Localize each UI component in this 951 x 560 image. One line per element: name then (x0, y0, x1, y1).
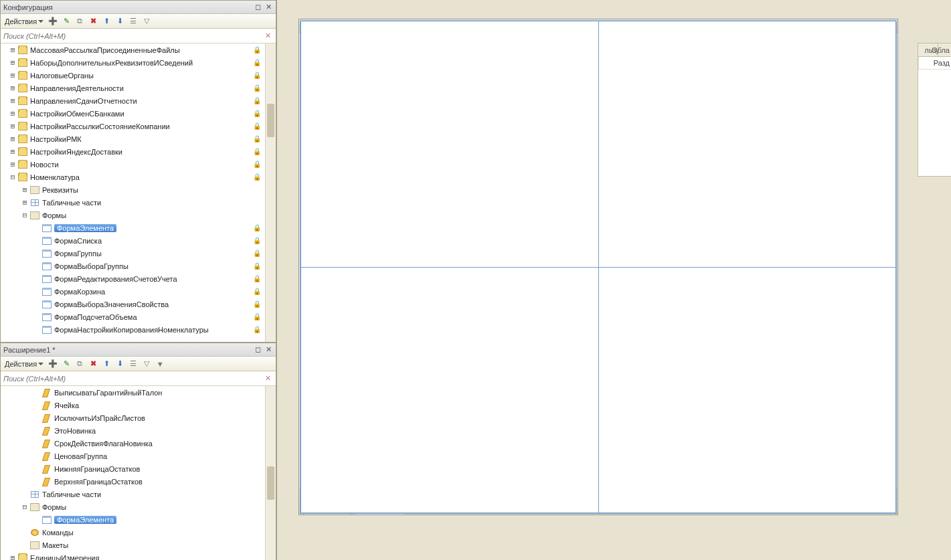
expand-icon[interactable]: ⊞ (9, 46, 17, 54)
expand-icon[interactable]: ⊞ (9, 59, 17, 66)
tree-item[interactable]: ФормаРедактированияСчетовУчета🔒 (1, 272, 276, 285)
tree-item[interactable]: ФормаСписка🔒 (1, 234, 276, 247)
expand-icon[interactable]: ⊞ (9, 554, 17, 560)
actions-menu[interactable]: Действия (3, 360, 45, 368)
grid-icon (29, 198, 40, 207)
down-icon[interactable]: ⬇ (114, 359, 125, 369)
edit-icon[interactable]: ✎ (61, 359, 72, 369)
actions-menu[interactable]: Действия (3, 17, 45, 25)
cat-icon (17, 71, 28, 80)
tab-module[interactable]: Модуль (354, 501, 406, 515)
expand-icon[interactable]: ⊞ (9, 84, 17, 92)
list-icon[interactable]: ☰ (128, 359, 139, 369)
tree-item[interactable]: ⊞МассоваяРассылкаПрисоединенныеФайлы🔒 (1, 43, 276, 56)
tree-item[interactable]: ⊞Реквизиты (1, 183, 276, 196)
down-icon[interactable]: ⬇ (114, 16, 125, 27)
cat-icon (17, 147, 28, 157)
tree-item-label: ЦеноваяГруппа (54, 452, 107, 460)
expand-icon[interactable]: ⊞ (9, 148, 17, 155)
extension-scrollbar[interactable] (265, 386, 276, 560)
filter2-icon[interactable]: ▼ (155, 359, 165, 369)
property-cell[interactable]: Разд (918, 57, 951, 70)
tree-item[interactable]: ⊞Новости🔒 (1, 158, 276, 171)
pin-icon[interactable]: ◻ (253, 3, 262, 12)
delete-icon[interactable]: ✖ (88, 359, 98, 369)
copy-icon[interactable]: ⧉ (74, 16, 85, 27)
collapse-icon[interactable]: ⊟ (21, 211, 29, 219)
copy-icon[interactable]: ⧉ (74, 359, 85, 369)
tree-item[interactable]: ФормаВыбораГруппы🔒 (1, 260, 276, 272)
tree-item[interactable]: ⊞НастройкиРМК🔒 (1, 132, 276, 145)
tree-item[interactable]: ФормаВыбораЗначенияСвойства🔒 (1, 298, 276, 310)
config-tree[interactable]: ⊞МассоваяРассылкаПрисоединенныеФайлы🔒⊞На… (1, 43, 276, 342)
expand-icon[interactable]: ⊞ (9, 72, 17, 79)
property-panel: льзуе... Обла Разд (918, 43, 951, 177)
delete-icon[interactable]: ✖ (88, 16, 98, 27)
extension-search-input[interactable] (3, 375, 262, 383)
tree-item[interactable]: ФормаПодсчетаОбъема🔒 (1, 310, 276, 323)
up-icon[interactable]: ⬆ (101, 16, 112, 27)
tree-item[interactable]: ⊞НалоговыеОрганы🔒 (1, 69, 276, 82)
tree-item-label: ФормаРедактированияСчетовУчета (54, 275, 177, 283)
expand-icon[interactable]: ⊞ (9, 122, 17, 130)
collapse-icon[interactable]: ⊟ (9, 173, 17, 181)
extension-tree[interactable]: ВыписыватьГарантийныйТалонЯчейкаИсключит… (1, 386, 276, 560)
tree-item-label: НаправленияСдачиОтчетности (30, 97, 137, 105)
tree-item[interactable]: ⊞НаправленияСдачиОтчетности🔒 (1, 94, 276, 107)
tree-item[interactable]: ⊞НастройкиОбменСБанками🔒 (1, 107, 276, 120)
filter-icon[interactable]: ▽ (141, 16, 152, 27)
tree-item[interactable]: ⊞НаборыДополнительныхРеквизитовИСведений… (1, 56, 276, 69)
config-search-input[interactable] (3, 32, 262, 40)
tree-item[interactable]: ⊟Формы (1, 209, 276, 221)
expand-icon[interactable]: ⊞ (9, 97, 17, 104)
tree-item[interactable]: НижняяГраницаОстатков (1, 462, 276, 475)
expand-icon[interactable]: ⊞ (21, 186, 29, 193)
tree-item[interactable]: ФормаГруппы🔒 (1, 247, 276, 260)
property-header-2[interactable]: Обла (938, 43, 951, 57)
close-icon[interactable]: ✕ (264, 3, 273, 12)
tree-item[interactable]: ⊟Формы (1, 500, 276, 513)
tree-item[interactable]: ФормаЭлемента (1, 513, 276, 526)
add-icon[interactable]: ➕ (48, 359, 58, 369)
filter-icon[interactable]: ▽ (141, 359, 152, 369)
tree-item[interactable]: ⊞Табличные части (1, 196, 276, 209)
tree-item[interactable]: ВыписыватьГарантийныйТалон (1, 386, 276, 399)
clear-search-icon[interactable]: ✕ (262, 374, 273, 383)
up-icon[interactable]: ⬆ (101, 359, 112, 369)
expand-icon[interactable]: ⊞ (21, 199, 29, 206)
tree-item[interactable]: Макеты (1, 539, 276, 551)
tree-item[interactable]: ⊞ЕдиницыИзмерения (1, 551, 276, 560)
tree-item[interactable]: СрокДействияФлагаНовинка (1, 437, 276, 450)
tree-item[interactable]: ЦеноваяГруппа (1, 450, 276, 462)
tree-item[interactable]: ЭтоНовинка (1, 424, 276, 437)
pin-icon[interactable]: ◻ (253, 345, 262, 355)
expand-icon[interactable]: ⊞ (9, 161, 17, 168)
expand-icon[interactable]: ⊞ (9, 110, 17, 117)
config-scrollbar[interactable] (265, 43, 276, 342)
tree-item[interactable]: ФормаНастройкиКопированияНоменклатуры🔒 (1, 323, 276, 336)
tree-item[interactable]: Команды (1, 526, 276, 539)
edit-icon[interactable]: ✎ (61, 16, 72, 27)
tree-item[interactable]: Ячейка (1, 399, 276, 411)
tree-item[interactable]: ⊞НастройкиЯндексДоставки🔒 (1, 145, 276, 158)
list-icon[interactable]: ☰ (128, 16, 139, 27)
add-icon[interactable]: ➕ (48, 16, 58, 27)
tree-item[interactable]: ⊞НаправленияДеятельности🔒 (1, 82, 276, 94)
tree-item[interactable]: ВерхняяГраницаОстатков (1, 475, 276, 488)
clear-search-icon[interactable]: ✕ (262, 31, 273, 40)
prop-icon (41, 401, 52, 410)
tree-item[interactable]: ФормаЭлемента🔒 (1, 221, 276, 234)
tree-item[interactable]: ФормаКорзина🔒 (1, 285, 276, 298)
tree-item-label: Реквизиты (42, 186, 78, 194)
tree-item-label: СрокДействияФлагаНовинка (54, 440, 153, 448)
tree-item-label: Ячейка (54, 401, 79, 409)
tree-item[interactable]: ИсключитьИзПрайсЛистов (1, 411, 276, 424)
tree-item[interactable]: ⊞НастройкиРассылкиСостояниеКомпании🔒 (1, 120, 276, 132)
mdi-area: Справочник Номенклатура: ФормаЭлемента —… (277, 0, 951, 560)
expand-icon[interactable]: ⊞ (9, 135, 17, 143)
collapse-icon[interactable]: ⊟ (21, 503, 29, 510)
close-icon[interactable]: ✕ (264, 345, 273, 355)
tree-item[interactable]: ⊟Номенклатура🔒 (1, 171, 276, 183)
tree-item[interactable]: Табличные части (1, 488, 276, 500)
tree-item-label: НастройкиЯндексДоставки (30, 148, 122, 156)
